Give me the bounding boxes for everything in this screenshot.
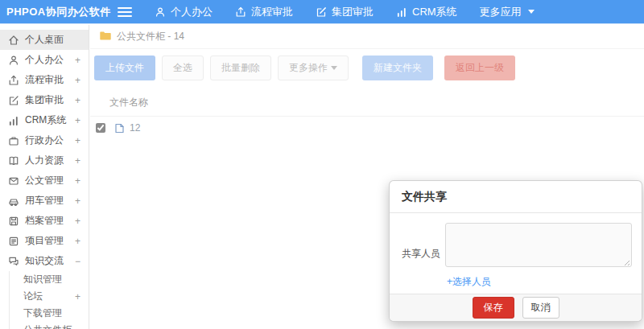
- car-icon: [8, 195, 19, 207]
- menu-toggle-icon[interactable]: [118, 7, 132, 17]
- nav-item-workflow-approval[interactable]: 流程审批: [235, 5, 293, 19]
- file-share-dialog: 文件共享 共享人员 +选择人员 保存 取消: [389, 180, 642, 322]
- batch-delete-button[interactable]: 批量删除: [210, 56, 271, 80]
- collapse-icon[interactable]: −: [75, 256, 80, 267]
- expand-icon[interactable]: +: [75, 216, 80, 227]
- upload-file-button[interactable]: 上传文件: [94, 56, 155, 80]
- mail-icon: [8, 175, 19, 187]
- bar-chart-icon: [8, 115, 19, 126]
- sidebar-subitem-knowledge-mgmt[interactable]: 知识管理: [9, 271, 89, 288]
- share-icon: [8, 75, 19, 86]
- expand-icon[interactable]: +: [75, 195, 80, 207]
- folder-icon: [100, 31, 111, 43]
- dialog-body: 共享人员 +选择人员: [390, 213, 642, 294]
- sidebar-item-archive-mgmt[interactable]: 档案管理 +: [0, 211, 89, 231]
- file-icon: [114, 123, 125, 134]
- sidebar-item-admin-office[interactable]: 行政办公 +: [0, 130, 89, 150]
- select-all-button[interactable]: 全选: [162, 56, 204, 80]
- caret-down-icon: [331, 66, 337, 70]
- nav-label: 更多应用: [480, 5, 522, 19]
- chat-icon: [8, 256, 19, 267]
- user-icon: [155, 6, 166, 18]
- nav-item-group-approval[interactable]: 集团审批: [316, 5, 374, 19]
- breadcrumb-text: 公共文件柜 - 14: [117, 30, 184, 43]
- dialog-title: 文件共享: [390, 181, 642, 213]
- expand-icon[interactable]: +: [75, 155, 80, 167]
- sidebar-item-knowledge-exchange[interactable]: 知识交流 −: [0, 251, 89, 271]
- dialog-footer: 保存 取消: [390, 294, 642, 321]
- sidebar-subitem-forum[interactable]: 论坛 +: [9, 288, 89, 305]
- edit-icon: [316, 6, 327, 18]
- clipboard-icon: [8, 236, 19, 247]
- save-button[interactable]: 保存: [473, 297, 514, 319]
- sidebar-item-workflow-approval[interactable]: 流程审批 +: [0, 70, 89, 90]
- row-checkbox[interactable]: [96, 123, 105, 133]
- save-icon: [8, 216, 19, 227]
- nav-label: 个人办公: [171, 5, 213, 19]
- file-row[interactable]: 12: [90, 117, 644, 139]
- app-logo: PHPOA协同办公软件: [0, 5, 111, 19]
- sidebar-item-document-mgmt[interactable]: 公文管理 +: [0, 171, 89, 191]
- top-navbar: PHPOA协同办公软件 个人办公 流程审批 集团审批 CRM系统 更多应用: [0, 0, 644, 24]
- cancel-button[interactable]: 取消: [522, 297, 559, 319]
- share-icon: [235, 6, 246, 18]
- book-icon: [8, 155, 19, 167]
- expand-icon[interactable]: +: [75, 115, 80, 126]
- sidebar-subitem-public-file-cabinet[interactable]: 公共文件柜: [9, 322, 89, 329]
- briefcase-icon: [8, 135, 19, 146]
- share-people-textarea[interactable]: [445, 223, 632, 267]
- sidebar-item-personal-desktop[interactable]: 个人桌面: [0, 30, 89, 50]
- expand-icon[interactable]: +: [75, 55, 80, 66]
- go-back-button[interactable]: 返回上一级: [444, 56, 515, 80]
- expand-icon[interactable]: +: [75, 95, 80, 106]
- sidebar-item-personal-office[interactable]: 个人办公 +: [0, 50, 89, 70]
- sidebar-item-group-approval[interactable]: 集团审批 +: [0, 90, 89, 110]
- new-folder-button[interactable]: 新建文件夹: [362, 56, 433, 80]
- nav-label: CRM系统: [412, 5, 457, 19]
- toolbar: 上传文件 全选 批量删除 更多操作 新建文件夹 返回上一级: [90, 49, 644, 88]
- more-actions-button[interactable]: 更多操作: [278, 56, 349, 80]
- sidebar-item-vehicle-mgmt[interactable]: 用车管理 +: [0, 191, 89, 211]
- sidebar: 个人桌面 个人办公 + 流程审批 + 集团审批 + CRM系统 + 行政办公 +…: [0, 25, 89, 329]
- select-people-link[interactable]: +选择人员: [447, 275, 491, 289]
- home-icon: [8, 35, 19, 46]
- table-header-file-name: 文件名称: [90, 88, 644, 117]
- nav-item-more-apps[interactable]: 更多应用: [480, 5, 535, 19]
- share-people-label: 共享人员: [402, 247, 440, 261]
- sidebar-item-crm[interactable]: CRM系统 +: [0, 110, 89, 130]
- expand-icon[interactable]: +: [75, 135, 80, 146]
- expand-icon[interactable]: +: [75, 75, 80, 86]
- caret-down-icon: [528, 10, 535, 14]
- expand-icon[interactable]: +: [75, 175, 80, 187]
- user-icon: [8, 55, 19, 66]
- top-nav: 个人办公 流程审批 集团审批 CRM系统 更多应用: [155, 5, 535, 19]
- bar-chart-icon: [396, 6, 407, 18]
- nav-label: 流程审批: [251, 5, 293, 19]
- sidebar-subitem-download-mgmt[interactable]: 下载管理: [9, 305, 89, 322]
- nav-item-crm[interactable]: CRM系统: [396, 5, 457, 19]
- file-name[interactable]: 12: [130, 122, 140, 134]
- expand-icon[interactable]: +: [75, 236, 80, 247]
- expand-icon[interactable]: +: [75, 291, 80, 302]
- nav-label: 集团审批: [332, 5, 374, 19]
- sidebar-item-hr[interactable]: 人力资源 +: [0, 150, 89, 171]
- sidebar-item-project-mgmt[interactable]: 项目管理 +: [0, 231, 89, 251]
- edit-icon: [8, 95, 19, 106]
- breadcrumb: 公共文件柜 - 14: [90, 25, 644, 49]
- nav-item-personal-office[interactable]: 个人办公: [155, 5, 213, 19]
